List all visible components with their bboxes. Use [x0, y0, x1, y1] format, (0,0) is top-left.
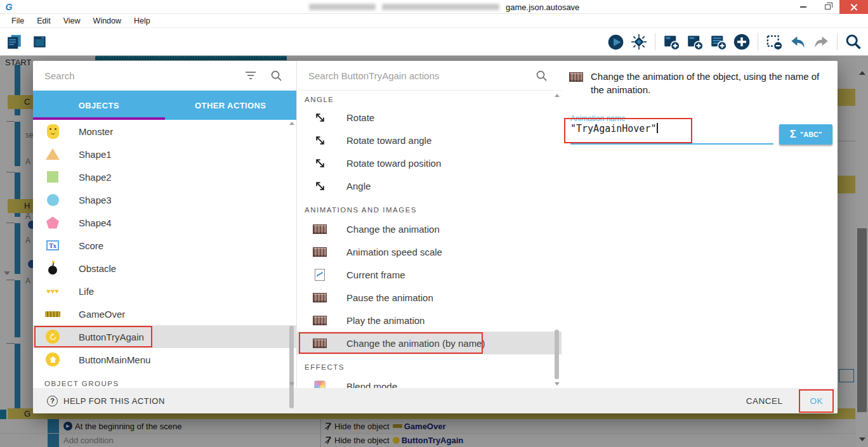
object-item-buttontryagain[interactable]: ButtonTryAgain [33, 325, 296, 348]
action-label: Play the animation [346, 315, 424, 326]
minimize-icon [800, 6, 806, 8]
action-item-blend-mode[interactable]: Blend mode [297, 375, 562, 388]
actions-list: ANGLE Rotate Rotate toward angle Rotate … [297, 91, 562, 388]
object-item-gameover[interactable]: GameOver [33, 302, 296, 325]
film-strip-icon [312, 293, 327, 302]
film-strip-icon [312, 247, 327, 257]
scrollbar-thumb[interactable] [289, 326, 294, 408]
actions-scrollbar[interactable] [554, 94, 560, 385]
animation-name-input[interactable]: "TryAgainHover" [570, 123, 773, 145]
action-item-rotate[interactable]: Rotate [297, 106, 562, 129]
film-strip-icon [569, 72, 583, 82]
action-item-rotate-toward-position[interactable]: Rotate toward position [297, 152, 562, 174]
action-item-angle[interactable]: Angle [297, 174, 562, 197]
object-label: ButtonTryAgain [79, 332, 144, 342]
add-new-button[interactable] [732, 32, 751, 52]
scrollbar-thumb[interactable] [555, 330, 559, 379]
scene-window-icon [32, 34, 48, 50]
action-item-play-animation[interactable]: Play the animation [297, 309, 562, 332]
close-button[interactable] [839, 0, 868, 14]
hearts-icon: ♥♥♥ [44, 287, 61, 295]
restore-button[interactable] [815, 0, 839, 14]
film-strip-icon [312, 339, 327, 348]
menubar: File Edit View Window Help [0, 14, 868, 28]
ok-button[interactable]: OK [800, 391, 832, 411]
object-item-buttonmainmenu[interactable]: ButtonMainMenu [33, 348, 296, 371]
menu-file[interactable]: File [5, 14, 30, 28]
tab-other-actions[interactable]: OTHER ACTIONS [165, 91, 297, 120]
undo-button[interactable] [788, 32, 807, 52]
actions-search-input[interactable] [297, 70, 536, 81]
cancel-button[interactable]: CANCEL [742, 391, 787, 411]
scroll-up-icon[interactable] [555, 94, 560, 97]
scene-editor-button[interactable] [30, 32, 49, 52]
search-icon[interactable] [536, 70, 548, 82]
action-item-rotate-toward-angle[interactable]: Rotate toward angle [297, 129, 562, 152]
rotate-icon [312, 135, 327, 146]
action-item-pause-animation[interactable]: Pause the animation [297, 286, 562, 309]
action-label: Animation speed scale [346, 247, 442, 257]
object-item-life[interactable]: ♥♥♥ Life [33, 280, 296, 302]
action-label: Rotate toward angle [346, 135, 431, 146]
objects-scrollbar[interactable] [289, 122, 295, 385]
gdevelop-logo-icon: G [3, 1, 15, 13]
action-label: Pause the animation [346, 292, 433, 303]
window-remove-icon [766, 34, 783, 51]
object-label: ButtonMainMenu [79, 354, 150, 365]
redo-icon [813, 34, 830, 51]
menu-window[interactable]: Window [87, 14, 128, 28]
add-external-layout-button[interactable] [685, 32, 704, 52]
object-item-monster[interactable]: Monster [33, 120, 296, 143]
monster-icon [44, 124, 61, 139]
action-item-change-animation[interactable]: Change the animation [297, 217, 562, 240]
object-item-score[interactable]: Tx Score [33, 234, 296, 257]
window-title-text: game.json.autosave [506, 3, 579, 12]
bug-icon [631, 34, 647, 50]
scroll-down-icon[interactable] [555, 382, 560, 385]
action-item-current-frame[interactable]: Current frame [297, 263, 562, 286]
animation-name-label: Animation name [570, 114, 626, 123]
object-item-shape3[interactable]: Shape3 [33, 188, 296, 211]
rotate-icon [312, 158, 327, 169]
remove-button[interactable] [765, 32, 784, 52]
help-label: HELP FOR THIS ACTION [63, 396, 165, 406]
menu-view[interactable]: View [57, 14, 87, 28]
project-manager-button[interactable] [5, 32, 24, 52]
add-external-events-button[interactable] [709, 32, 728, 52]
expression-editor-button[interactable]: Σ "ABC" [779, 124, 832, 145]
magnifier-icon [845, 33, 862, 51]
annotation-box-ok: OK [799, 389, 834, 413]
scroll-down-icon[interactable] [289, 382, 294, 385]
play-preview-button[interactable] [606, 32, 625, 52]
objects-search-input[interactable] [33, 70, 245, 81]
object-item-shape1[interactable]: Shape1 [33, 143, 296, 165]
object-item-obstacle[interactable]: Obstacle [33, 257, 296, 280]
bomb-icon [44, 262, 61, 275]
filter-icon[interactable] [245, 71, 256, 80]
titlebar: G game.json.autosave [0, 0, 868, 14]
search-icon[interactable] [270, 70, 282, 82]
pentagon-icon [44, 217, 61, 229]
action-item-animation-speed-scale[interactable]: Animation speed scale [297, 240, 562, 263]
action-detail-panel: Change the animation of the object, usin… [562, 61, 838, 388]
object-item-shape4[interactable]: Shape4 [33, 211, 296, 234]
objects-panel: OBJECTS OTHER ACTIONS Monster Shape1 [33, 61, 296, 388]
action-item-change-animation-by-name[interactable]: Change the animation (by name) [297, 332, 562, 354]
debug-button[interactable] [629, 32, 648, 52]
help-for-this-action-button[interactable]: ? HELP FOR THIS ACTION [47, 396, 165, 406]
scroll-up-icon[interactable] [289, 122, 294, 125]
dialog-footer: ? HELP FOR THIS ACTION CANCEL OK [33, 388, 838, 413]
add-scene-button[interactable] [662, 32, 681, 52]
menu-help[interactable]: Help [128, 14, 157, 28]
frame-page-icon [312, 269, 327, 281]
play-icon [607, 34, 624, 51]
toolbar-search-button[interactable] [844, 32, 863, 52]
object-item-shape2[interactable]: Shape2 [33, 165, 296, 188]
minimize-button[interactable] [791, 0, 815, 14]
actions-panel: ANGLE Rotate Rotate toward angle Rotate … [296, 61, 562, 388]
redo-button[interactable] [812, 32, 831, 52]
action-label: Change the animation (by name) [346, 338, 485, 349]
object-label: Monster [79, 126, 113, 137]
tab-objects[interactable]: OBJECTS [33, 91, 165, 120]
menu-edit[interactable]: Edit [30, 14, 57, 28]
